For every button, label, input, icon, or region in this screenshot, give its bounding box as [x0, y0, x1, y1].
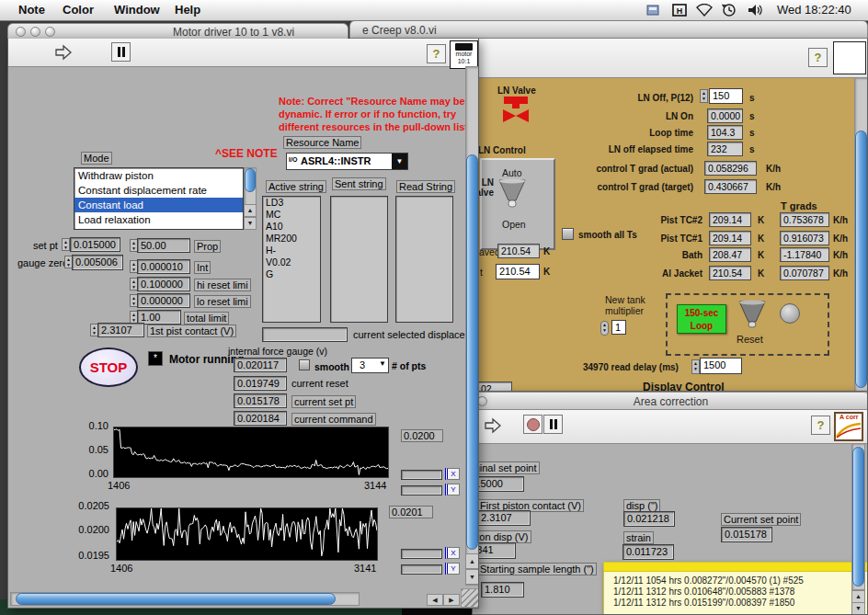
force-graph-upper[interactable]: [113, 427, 389, 478]
fan-icon[interactable]: [695, 4, 714, 17]
labview-h-icon[interactable]: H: [672, 4, 687, 17]
ln-valve-knob[interactable]: [497, 178, 527, 210]
abort-button[interactable]: [523, 415, 542, 434]
gauge-zero-value[interactable]: 0.005006: [72, 255, 123, 270]
pist-contact-value[interactable]: 2.3107: [97, 323, 144, 337]
graph2-x-scrollbox[interactable]: [401, 549, 442, 559]
graph2-x-scale-button[interactable]: X: [445, 547, 460, 559]
sticky-note-header[interactable]: [604, 563, 868, 572]
close-button[interactable]: [16, 27, 26, 37]
string-item: A10: [263, 221, 320, 233]
ln-off-spinner[interactable]: ▲▼: [700, 89, 708, 103]
motor-hscroll-right-arrow[interactable]: ▶: [443, 594, 460, 606]
zoom-button[interactable]: [45, 27, 55, 37]
motor-driver-window: ? motor 10:1 Note: Correct "Resource Nam…: [7, 39, 479, 609]
hi-reset-value[interactable]: 0.100000: [137, 277, 190, 291]
smooth-all-checkbox[interactable]: [562, 228, 574, 240]
motor-vscroll-down-arrow[interactable]: ▼: [465, 569, 479, 585]
set-pt-value[interactable]: 0.015000: [70, 237, 120, 252]
mode-scroll-down-arrow[interactable]: ▼: [244, 217, 257, 230]
graph1-xmin: 1406: [108, 480, 130, 491]
help-icon: ?: [433, 47, 440, 61]
motor-window-titlebar[interactable]: Motor driver 10 to 1 v8.vi: [7, 23, 348, 40]
graph1-x-scrollbox[interactable]: [401, 470, 442, 480]
num-pts-dropdown[interactable]: 3 ▼: [351, 358, 389, 373]
new-tank-value[interactable]: 1: [611, 320, 626, 335]
read-string-box[interactable]: [395, 196, 453, 323]
pause-button[interactable]: [543, 415, 563, 434]
mode-item[interactable]: Constant displacement rate: [74, 183, 243, 198]
area-vi-icon[interactable]: A corr: [834, 412, 863, 441]
mode-listbox[interactable]: Withdraw piston Constant displacement ra…: [74, 167, 244, 230]
round-indicator-button[interactable]: [780, 303, 800, 324]
loop-150s-button[interactable]: 150-sec Loop: [677, 304, 726, 334]
read-delay-input[interactable]: 1500: [700, 358, 742, 374]
current-set-point-value: 0.015178: [721, 527, 772, 542]
motor-hscroll-left-arrow[interactable]: ◀: [427, 594, 443, 606]
new-tank-spinner[interactable]: ▲▼: [600, 321, 609, 336]
area-scroll-up-arrow[interactable]: ▲: [851, 590, 865, 603]
minimize-button[interactable]: [30, 27, 40, 37]
temp-row-label: Bath: [583, 250, 702, 260]
creep-window-titlebar[interactable]: e Creep v8.0.vi: [349, 20, 868, 39]
read-delay-spinner[interactable]: ▲▼: [691, 359, 700, 374]
area-toolbar: ? A corr: [473, 410, 868, 444]
area-help-button[interactable]: ?: [811, 416, 830, 435]
ln-off-input[interactable]: 150: [709, 88, 743, 104]
area-titlebar[interactable]: Area correction: [473, 392, 868, 410]
pause-button[interactable]: [111, 42, 131, 62]
int-value[interactable]: 0.000010: [137, 259, 190, 274]
motor-running-led[interactable]: *: [148, 351, 163, 366]
run-arrow-icon[interactable]: [54, 44, 73, 61]
svg-text:H: H: [677, 6, 683, 16]
graph1-y-scrollbox[interactable]: [401, 485, 442, 495]
mode-scrollbar-thumb[interactable]: [245, 168, 256, 192]
recent-items-icon[interactable]: [722, 3, 737, 17]
graph2-y-scrollbox[interactable]: [401, 564, 442, 575]
menu-window[interactable]: Window: [114, 3, 160, 17]
active-string-box[interactable]: LD3 MC A10 MR200 H- V0.02 G: [262, 196, 321, 323]
motor-vscroll-up-arrow[interactable]: ▲: [465, 553, 479, 569]
motor-help-button[interactable]: ?: [427, 44, 446, 63]
area-scroll-down-arrow[interactable]: ▼: [851, 602, 865, 615]
mode-item[interactable]: Load relaxation: [74, 212, 243, 227]
creep-vi-icon[interactable]: [833, 41, 866, 74]
graph1-x-scale-button[interactable]: X: [445, 468, 460, 480]
area-vscrollbar-thumb[interactable]: [852, 447, 864, 587]
graph1-y-scale-button[interactable]: Y: [445, 484, 460, 495]
resource-combo[interactable]: I/O ASRL4::INSTR ▼: [286, 153, 408, 170]
smooth-toggle[interactable]: [299, 359, 310, 370]
creep-vscrollbar-thumb[interactable]: [855, 131, 867, 388]
ln-on-label: LN On: [528, 111, 693, 121]
motor-vscrollbar-thumb[interactable]: [466, 154, 478, 550]
resize-grip[interactable]: [461, 588, 479, 608]
run-arrow-icon[interactable]: [484, 417, 502, 434]
menu-help[interactable]: Help: [175, 3, 200, 17]
motor-vi-icon[interactable]: motor 10:1: [450, 40, 478, 69]
motor-glyph: [455, 43, 473, 51]
combo-dropdown-button[interactable]: ▼: [392, 154, 407, 169]
sent-string-box[interactable]: [330, 196, 388, 323]
help-icon: ?: [815, 51, 822, 64]
menu-clock[interactable]: Wed 18:22:40: [777, 3, 851, 17]
mode-scroll-up-arrow[interactable]: ▲: [244, 204, 257, 217]
set-temp-input[interactable]: 210.54: [496, 264, 540, 279]
saved-temp-unit: K: [543, 246, 550, 256]
force-graph-lower[interactable]: [116, 507, 378, 561]
app-window-icon[interactable]: [646, 4, 660, 17]
stop-button[interactable]: STOP: [79, 347, 138, 387]
menu-note[interactable]: Note: [18, 3, 45, 17]
graph2-y-scale-button[interactable]: Y: [445, 563, 460, 575]
motor-hscrollbar-thumb[interactable]: [16, 593, 336, 605]
creep-help-button[interactable]: ?: [808, 48, 828, 67]
set-pt-spinner[interactable]: ▲▼: [62, 238, 70, 251]
mode-item-selected[interactable]: Constant load: [74, 198, 243, 212]
volume-icon[interactable]: [747, 3, 765, 17]
new-tank-label: New tank multiplier: [605, 294, 645, 316]
mode-item[interactable]: Withdraw piston: [74, 168, 243, 183]
lo-reset-value[interactable]: 0.000000: [137, 293, 190, 308]
prop-value[interactable]: 50.00: [137, 238, 190, 253]
reset-knob[interactable]: [737, 300, 768, 329]
log-sticky-note[interactable]: 1/12/11 1054 hrs 0.008272"/0.004570 (1) …: [603, 562, 868, 615]
menu-color[interactable]: Color: [63, 3, 94, 17]
